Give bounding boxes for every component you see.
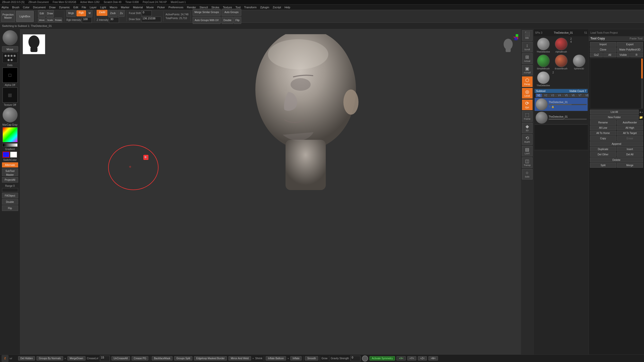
matcap-preview[interactable] [3,107,18,122]
subtool-scroll-area[interactable] [535,124,588,150]
auto-groups-button[interactable]: Auto Groups [222,9,241,16]
texture-preview[interactable]: ▦ [3,87,18,103]
groups-by-normals-button[interactable]: Groups By Normals [36,356,63,360]
3d-viewport[interactable] [210,34,411,215]
lightbox-button[interactable]: LightBox [16,11,34,22]
double-canvas-button[interactable]: Double [2,199,18,205]
rgb-intensity-value[interactable]: 100 [82,17,92,23]
fillobj-button[interactable]: FillObject [2,193,18,198]
menu-brush[interactable]: Brush [12,6,19,9]
bbrush-button[interactable]: ⬛ BBr [522,30,533,41]
vtab-v7[interactable]: V7 [577,94,583,97]
m-button[interactable]: M [87,10,92,17]
copy-button[interactable]: Copy [590,136,616,141]
rename-button[interactable]: Rename [590,120,616,125]
merge-similar-groups-button[interactable]: Merge Similar Groups [193,9,221,16]
brush-item-detective[interactable]: TheDetective [535,37,552,54]
3d-button[interactable]: ◆ 3D [522,123,533,133]
menu-layer[interactable]: Layer [90,6,97,9]
menu-file[interactable]: File [82,6,86,9]
flip-button[interactable]: Flip [234,17,241,24]
vtab-v5[interactable]: V5 [563,94,570,97]
menu-stencil[interactable]: Stencil [199,6,208,9]
folder-icon[interactable]: 📁 [639,116,643,119]
sym-y-button[interactable]: +Y< [407,356,416,360]
goz-button[interactable]: GoZ [590,53,603,57]
double-button[interactable]: Double [222,17,233,24]
focal-shift-value[interactable]: 0 [142,11,152,16]
menu-draw[interactable]: Draw [49,6,56,9]
subtool-master-button[interactable]: SubToolMaster [2,168,18,176]
scroll-button[interactable]: ↕ Scroll [522,42,533,52]
menu-color[interactable]: Color [23,6,29,9]
inflate-balloon-button[interactable]: Inflate Balloon [266,356,286,360]
zu-button[interactable]: Zu [118,10,125,17]
menu-transform[interactable]: Transform [244,6,257,9]
menu-preferences[interactable]: Preferences [169,6,183,9]
crease-lvl-value[interactable]: 15 [100,356,110,361]
actual-button[interactable]: ⊞ Actual [522,53,533,64]
all-button[interactable]: All [603,53,616,57]
vtab-v4[interactable]: V4 [556,94,563,97]
local-button[interactable]: ◎ Local [522,88,533,99]
del-all-button[interactable]: Del All [617,152,643,157]
rotatept-button[interactable]: ⟲ RotPt [522,134,533,145]
all-low-button[interactable]: All Low [590,125,616,130]
edgeloop-masked-button[interactable]: Edgeloop Masked Border [194,356,227,360]
navigation-cube[interactable] [498,34,518,54]
del-other-button[interactable]: Del Other [590,152,616,157]
brush-mode-button[interactable]: Move [2,46,18,52]
z-intensity-value[interactable]: 30 [109,17,119,23]
subtool-item-1[interactable]: TheDetective_01 👁 🔒 [535,98,588,111]
all-to-target-button[interactable]: All To Target [617,131,643,135]
r-button[interactable]: R [630,53,643,57]
rotate-button[interactable]: Rotate [55,18,62,23]
gradient-preview[interactable] [3,143,18,147]
sym-m-button[interactable]: >M< [428,356,438,360]
alpha-preview[interactable]: □ [3,68,18,83]
clone-button[interactable]: Clone [590,47,616,52]
subtool-slider-1[interactable] [549,104,587,105]
vertical-slider-area[interactable] [590,58,643,109]
makepolymesh-button[interactable]: Make PolyMesh3D [617,47,643,52]
brush-preview[interactable] [3,30,18,45]
brush-item-simple[interactable]: SimpleBrush [535,54,552,70]
vtab-v8[interactable]: V8 [584,94,589,97]
vtab-v6[interactable]: V6 [570,94,576,97]
split-button[interactable]: Split [590,163,616,168]
new-folder-button[interactable]: New Folder [590,115,639,120]
all-high-button[interactable]: All High [617,125,643,130]
inflate-button[interactable]: Inflate [290,356,302,360]
all-to-home-button[interactable]: All To Home [590,131,616,135]
autoreorder-button[interactable]: AutoReorder [617,120,643,125]
mrgb-button[interactable]: Mrgb [66,10,76,17]
menu-zplugin[interactable]: Zplugin [260,6,269,9]
aahalf-button[interactable]: ▣ AAHalf [522,65,533,75]
merge-down-button[interactable]: MergeDown [67,356,86,360]
menu-document[interactable]: Document [33,6,46,9]
brush-item-detective2[interactable]: TheDetective [535,71,552,87]
menu-texture[interactable]: Texture [223,6,232,9]
scale-button[interactable]: Scale [46,18,54,23]
activate-symmetry-button[interactable]: Activate Symmetry [370,356,395,360]
menu-zscript[interactable]: Zscript [273,6,281,9]
projectall-button[interactable]: ProjectAll [2,177,18,183]
flip-canvas-button[interactable]: Flip [2,205,18,211]
subtool-slider-2[interactable] [549,119,587,120]
zadd-button[interactable]: Zadd [97,10,107,16]
brush-item-eraser[interactable]: EraserBrush [552,54,570,70]
insert-button[interactable]: Insert [617,147,643,152]
export-button[interactable]: Export [617,42,643,47]
del-hidden-button[interactable]: Del Hidden [18,356,35,360]
uncrease-all-button[interactable]: UnCreaseAll [111,356,130,360]
qyz-button[interactable]: ⟳ Qyz [522,100,533,110]
dots-preview[interactable] [3,53,18,63]
merge-button[interactable]: Merge [617,163,643,168]
projection-master-button[interactable]: ProjectionMaster [1,11,15,22]
erase-button[interactable]: Erase [617,136,643,141]
color1-swatch[interactable] [3,152,10,158]
edit-button[interactable]: Edit [38,10,46,17]
vis-toggle-1[interactable]: 👁 [549,106,551,108]
vtab-v1[interactable]: V1 [536,94,542,97]
range-bar[interactable] [2,188,18,192]
